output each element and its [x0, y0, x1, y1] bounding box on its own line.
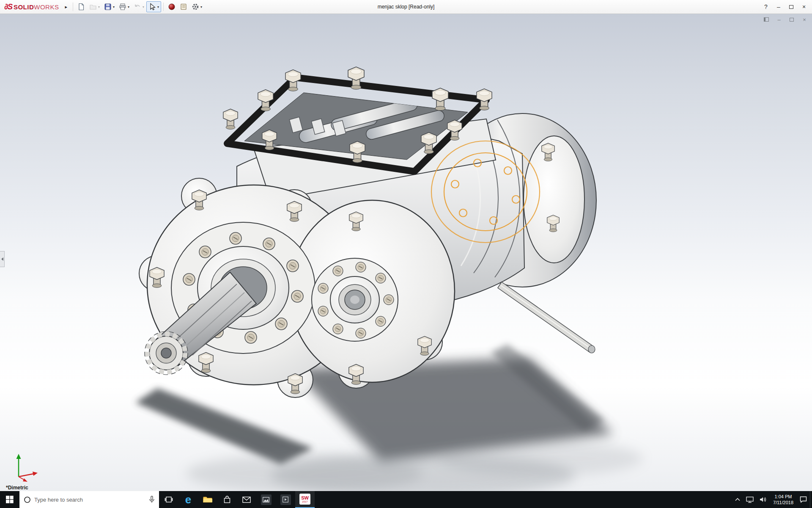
- select-tool-button[interactable]: ▾: [146, 1, 161, 12]
- toolbar-separator: [73, 3, 73, 11]
- sw-tile-line2: 2017: [302, 500, 307, 503]
- print-caret: ▾: [128, 5, 129, 9]
- chevron-up-icon: [735, 498, 740, 501]
- close-button[interactable]: ×: [798, 2, 810, 12]
- undo-icon: [134, 3, 141, 11]
- volume-button[interactable]: [757, 491, 770, 508]
- graphics-viewport[interactable]: – × *Dimetric: [0, 14, 812, 491]
- search-input[interactable]: [34, 497, 145, 503]
- clock-date: 7/11/2018: [773, 500, 793, 505]
- task-view-button[interactable]: [159, 491, 178, 508]
- help-button[interactable]: ?: [760, 2, 772, 12]
- media-app-icon: [280, 494, 291, 505]
- save-button[interactable]: ▾: [102, 1, 117, 12]
- store-button[interactable]: [217, 491, 237, 508]
- clock-time: 1:04 PM: [773, 494, 793, 500]
- options-button[interactable]: ▾: [189, 1, 204, 12]
- store-bag-icon: [223, 496, 231, 504]
- output-flange: [312, 258, 398, 341]
- design-binder-button[interactable]: [178, 1, 189, 12]
- taskbar-search[interactable]: [19, 491, 159, 508]
- brand-works: WORKS: [34, 3, 59, 11]
- action-center-icon: [800, 496, 807, 503]
- solidworks-app-icon: SW 2017: [299, 494, 310, 505]
- design-binder-book-icon: [180, 3, 187, 11]
- system-tray: 1:04 PM 7/11/2018: [732, 491, 812, 508]
- menu-flyout-arrow[interactable]: ▸: [61, 4, 71, 10]
- brand-solid: SOLID: [14, 3, 34, 11]
- microphone-icon[interactable]: [149, 496, 155, 503]
- solidworks-app-button[interactable]: SW 2017: [295, 491, 315, 508]
- select-caret: ▾: [157, 5, 159, 9]
- doc-minimize-button[interactable]: –: [776, 16, 782, 23]
- mail-envelope-icon: [242, 497, 251, 503]
- file-explorer-icon: [203, 496, 212, 503]
- select-cursor-icon: [148, 3, 156, 11]
- window-title: menjac sklop [Read-only]: [378, 4, 435, 10]
- x-axis-arrow: [33, 472, 38, 476]
- photos-icon: [261, 494, 272, 505]
- open-button[interactable]: ▾: [87, 1, 102, 12]
- rear-output-shaft: [498, 282, 595, 353]
- print-icon: [119, 3, 126, 11]
- edge-icon: e: [185, 494, 191, 505]
- start-button[interactable]: [0, 491, 19, 508]
- pane-toggle-button[interactable]: [763, 16, 770, 23]
- doc-restore-button[interactable]: [788, 16, 795, 23]
- task-view-icon: [165, 496, 173, 503]
- restore-icon: [790, 18, 794, 22]
- ds-logo-mark: ∂S: [4, 3, 12, 11]
- print-button[interactable]: ▾: [117, 1, 132, 12]
- toolbar-separator: [163, 3, 164, 11]
- undo-button[interactable]: ▾: [132, 1, 146, 12]
- doc-close-button[interactable]: ×: [801, 16, 808, 23]
- mail-button[interactable]: [237, 491, 256, 508]
- maximize-icon: [789, 5, 793, 9]
- save-caret: ▾: [113, 5, 115, 9]
- window-controls: ? – ×: [760, 2, 810, 12]
- document-window-controls: – ×: [763, 16, 808, 23]
- view-orientation-label: *Dimetric: [6, 485, 28, 491]
- show-desktop-button[interactable]: [810, 491, 812, 508]
- new-document-icon: [77, 3, 85, 11]
- photos-button[interactable]: [256, 491, 276, 508]
- collapse-arrow-icon: [1, 257, 3, 261]
- feature-manager-collapse-tab[interactable]: [0, 251, 5, 267]
- media-app-button[interactable]: [276, 491, 295, 508]
- windows-logo-icon: [6, 496, 14, 503]
- pane-icon: [764, 17, 769, 22]
- taskbar-clock[interactable]: 1:04 PM 7/11/2018: [770, 494, 797, 505]
- new-document-button[interactable]: [75, 1, 87, 12]
- y-axis-arrow: [16, 454, 21, 459]
- appearance-sphere-icon: [168, 3, 176, 11]
- taskbar: e: [0, 491, 812, 508]
- tray-chevron-button[interactable]: [732, 491, 743, 508]
- maximize-button[interactable]: [785, 2, 798, 12]
- solidworks-logo: ∂S SOLID WORKS: [2, 3, 61, 11]
- network-button[interactable]: [743, 491, 757, 508]
- appearance-button[interactable]: [166, 1, 178, 12]
- options-caret: ▾: [200, 5, 202, 9]
- gearbox-3d-model[interactable]: [0, 14, 812, 491]
- axis-triad: [11, 450, 41, 482]
- undo-caret: ▾: [143, 5, 144, 9]
- z-axis-arrow: [23, 478, 27, 482]
- open-folder-icon: [89, 3, 97, 11]
- cortana-search-icon: [24, 496, 31, 503]
- open-caret: ▾: [98, 5, 100, 9]
- action-center-button[interactable]: [797, 491, 810, 508]
- file-explorer-button[interactable]: [198, 491, 217, 508]
- gear-icon: [192, 3, 199, 11]
- edge-button[interactable]: e: [178, 491, 198, 508]
- minimize-button[interactable]: –: [772, 2, 785, 12]
- sw-tile-line1: SW: [301, 496, 309, 500]
- titlebar: ∂S SOLID WORKS ▸ ▾ ▾ ▾: [0, 0, 812, 14]
- volume-icon: [760, 497, 767, 502]
- ethernet-icon: [746, 497, 754, 503]
- save-floppy-icon: [104, 3, 112, 11]
